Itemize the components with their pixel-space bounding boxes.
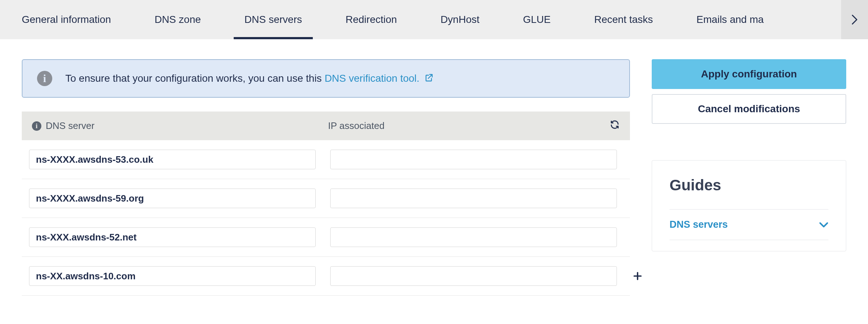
tab-label: Recent tasks [594,14,653,25]
info-icon: i [32,121,41,131]
tab-general[interactable]: General information [0,0,133,39]
tab-dnsservers[interactable]: DNS servers [223,0,324,39]
dns-verification-link-text: DNS verification tool. [324,73,419,84]
tab-label: Redirection [345,14,397,25]
refresh-icon [610,120,620,130]
tab-glue[interactable]: GLUE [501,0,572,39]
dns-server-input[interactable] [29,189,316,208]
guides-title: Guides [670,177,828,194]
info-text-prefix: To ensure that your configuration works,… [65,73,324,84]
refresh-button[interactable] [602,120,620,132]
apply-configuration-button[interactable]: Apply configuration [652,59,846,89]
tab-label: DNS zone [155,14,201,25]
column-header-dns-label: DNS server [46,120,94,131]
add-row-button[interactable] [631,270,644,282]
ip-cell [330,227,617,247]
cancel-modifications-label: Cancel modifications [698,103,800,115]
dns-rows [22,140,630,296]
ip-associated-input[interactable] [330,189,617,208]
cancel-modifications-button[interactable]: Cancel modifications [652,94,846,124]
tab-dnszone[interactable]: DNS zone [133,0,223,39]
dns-server-input[interactable] [29,150,316,169]
dns-cell [29,266,316,286]
right-column: Apply configuration Cancel modifications… [652,59,846,296]
dns-cell [29,227,316,247]
main-content: i To ensure that your configuration work… [0,39,868,296]
plus-icon [632,271,643,281]
column-header-ip: IP associated [328,120,602,131]
tab-emails[interactable]: Emails and ma [675,0,763,39]
ip-cell [330,150,617,169]
left-column: i To ensure that your configuration work… [22,59,630,296]
tab-recent[interactable]: Recent tasks [573,0,675,39]
ip-cell [330,266,617,286]
table-row [22,257,630,296]
dns-cell [29,150,316,169]
table-row [22,179,630,218]
guides-panel: Guides DNS servers [652,160,846,251]
guides-item[interactable]: DNS servers [670,209,828,240]
column-header-dns: i DNS server [32,120,328,131]
info-icon: i [37,71,52,86]
tab-label: Emails and ma [696,14,763,25]
tabs-scroll-right-button[interactable] [841,0,868,39]
info-text: To ensure that your configuration works,… [65,73,433,85]
ip-associated-input[interactable] [330,150,617,169]
table-row [22,140,630,179]
guides-item-label: DNS servers [670,219,728,230]
external-link-icon [425,73,433,85]
row-actions [631,270,646,282]
apply-configuration-label: Apply configuration [701,68,797,80]
tabs-bar: General informationDNS zoneDNS serversRe… [0,0,868,39]
tab-label: DNS servers [245,14,302,25]
dns-server-input[interactable] [29,266,316,286]
ip-associated-input[interactable] [330,266,617,286]
dns-server-input[interactable] [29,227,316,247]
ip-cell [330,189,617,208]
tab-label: DynHost [441,14,479,25]
table-row [22,218,630,257]
dns-table-header: i DNS server IP associated [22,112,630,140]
tab-label: General information [22,14,111,25]
tab-redirection[interactable]: Redirection [324,0,419,39]
ip-associated-input[interactable] [330,227,617,247]
chevron-right-icon [851,14,858,25]
tabs-scroll: General informationDNS zoneDNS serversRe… [0,0,868,39]
tab-dynhost[interactable]: DynHost [419,0,501,39]
dns-verification-link[interactable]: DNS verification tool. [324,73,433,84]
chevron-down-icon [819,219,828,230]
tab-label: GLUE [523,14,550,25]
info-banner: i To ensure that your configuration work… [22,59,630,98]
dns-cell [29,189,316,208]
